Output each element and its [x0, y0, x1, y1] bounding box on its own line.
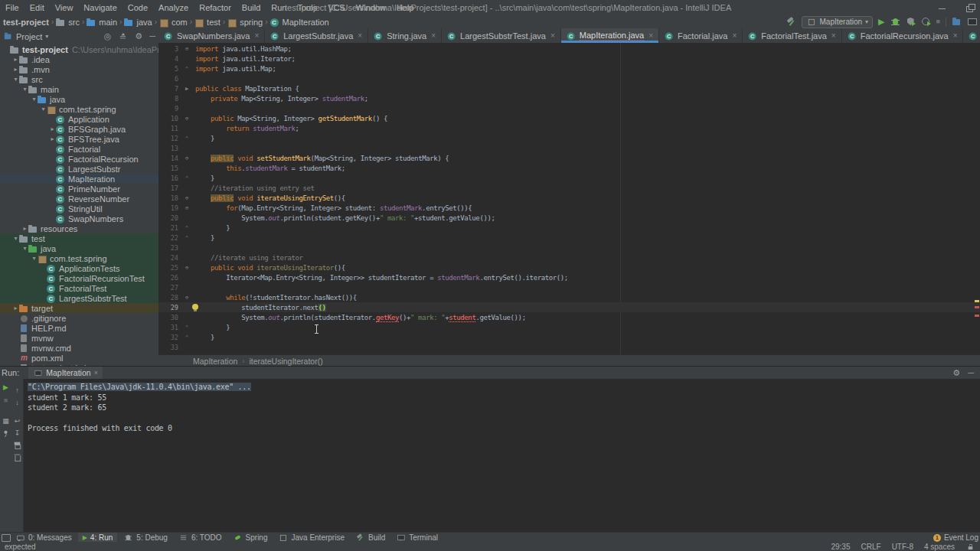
code-line-18[interactable]: 18⊖ public void iterateUsingEntrySet(){ — [158, 193, 980, 203]
chevron-right-icon[interactable]: ▸ — [49, 126, 56, 132]
close-icon[interactable]: × — [94, 369, 98, 377]
editor-tab[interactable]: MapIteration.java× — [561, 28, 659, 43]
close-icon[interactable]: × — [953, 31, 958, 40]
chevron-right-icon[interactable]: ▸ — [12, 305, 19, 311]
code-line-32[interactable]: 32⌃ } — [158, 332, 980, 342]
code-line-26[interactable]: 26 Iterator<Map.Entry<String, Integer>> … — [158, 272, 980, 282]
editor-tab[interactable]: FactorialTest.java× — [743, 28, 841, 43]
up-stack-icon[interactable]: ↑ — [12, 385, 22, 395]
chevron-down-icon[interactable]: ▾ — [12, 235, 19, 242]
code-line-7[interactable]: 7▶public class MapIteration { — [158, 83, 980, 93]
close-icon[interactable]: × — [648, 31, 653, 40]
close-icon[interactable]: × — [550, 31, 555, 40]
tree-item-factorialrecursiontest[interactable]: FactorialRecursionTest — [0, 273, 158, 283]
tree-item-test[interactable]: ▾test — [0, 233, 158, 243]
menu-item-build[interactable]: Build — [237, 0, 266, 15]
pin-icon[interactable] — [2, 429, 10, 438]
tree-item-java[interactable]: ▾java — [0, 243, 158, 253]
hide-panel-icon[interactable]: ─ — [149, 32, 155, 41]
code-line-28[interactable]: 28⊖ while(!studentIterator.hasNext()){ — [158, 292, 980, 302]
code-line-14[interactable]: 14⊖ public void setStudentMark(Map<Strin… — [158, 153, 980, 163]
tree-item-test-project[interactable]: test-projectC:\Users\nuhma\IdeaProjects\… — [0, 44, 158, 54]
gear-icon[interactable]: ⚙ — [135, 32, 142, 41]
code-line-27[interactable]: 27 — [158, 282, 980, 292]
fold-marker[interactable]: ⌃ — [182, 135, 191, 142]
soft-wrap-icon[interactable]: ↩ — [12, 416, 22, 425]
chevron-down-icon[interactable]: ▾ — [21, 245, 28, 252]
stop-icon[interactable]: ■ — [1, 395, 11, 405]
debug-button[interactable] — [890, 17, 900, 27]
error-stripe[interactable] — [973, 43, 980, 354]
editor-tab[interactable]: FactorialRecursionTest.java× — [963, 28, 980, 43]
tree-item-mvnw[interactable]: mvnw — [0, 333, 158, 343]
toolwindow-switcher-icon[interactable] — [2, 534, 11, 542]
chevron-down-icon[interactable]: ▾ — [40, 106, 47, 112]
menu-item-view[interactable]: View — [50, 0, 79, 15]
fold-marker[interactable]: ⌃ — [182, 235, 191, 241]
tree-item--gitignore[interactable]: .gitignore — [0, 313, 158, 323]
fold-marker[interactable]: ⌃ — [182, 225, 191, 231]
fold-marker[interactable]: ⌃ — [182, 66, 191, 72]
tree-item-pom-xml[interactable]: pom.xml — [0, 353, 158, 363]
fold-marker[interactable]: ⊖ — [182, 205, 191, 211]
tree-item-resources[interactable]: ▸resources — [0, 223, 158, 233]
breadcrumb-item[interactable]: src — [56, 18, 80, 27]
editor-tab[interactable]: LargestSubstrTest.java× — [442, 28, 561, 43]
tree-item-bfsgraph-java[interactable]: ▸BFSGraph.java — [0, 124, 158, 134]
tree-item-factorialrecursion[interactable]: FactorialRecursion — [0, 154, 158, 164]
fold-marker[interactable]: ⌃ — [182, 175, 191, 181]
tree-item-applicationtests[interactable]: ApplicationTests — [0, 263, 158, 273]
build-hammer-icon[interactable] — [786, 17, 796, 27]
code-line-24[interactable]: 24 //iterate using iterator — [158, 253, 980, 262]
code-line-6[interactable]: 6 — [158, 73, 980, 83]
run-line-icon[interactable]: ▶ — [182, 86, 191, 92]
code-line-29[interactable]: 29 studentIterator.next() — [158, 302, 980, 312]
lock-icon[interactable] — [966, 543, 974, 550]
clear-all-icon[interactable] — [13, 453, 21, 461]
breadcrumb-item[interactable]: main — [87, 18, 117, 27]
code-line-17[interactable]: 17 //iteration using entry set — [158, 183, 980, 193]
tree-item-reversenumber[interactable]: ReverseNumber — [0, 194, 158, 204]
event-log-button[interactable]: 1 Event Log — [933, 533, 978, 542]
editor-tab[interactable]: FactorialRecursion.java× — [842, 28, 964, 43]
menu-item-code[interactable]: Code — [122, 0, 153, 15]
code-line-30[interactable]: 30 System.out.println(studentIterator.ge… — [158, 312, 980, 322]
code-line-8[interactable]: 8 private Map<String, Integer> studentMa… — [158, 93, 980, 103]
code-line-16[interactable]: 16⌃ } — [158, 173, 980, 183]
tree-item-largestsubstrtest[interactable]: LargestSubstrTest — [0, 293, 158, 303]
menu-item-file[interactable]: File — [0, 0, 24, 15]
tree-item-stringutil[interactable]: StringUtil — [0, 204, 158, 214]
down-stack-icon[interactable]: ↓ — [12, 397, 22, 407]
tree-item-mapiteration[interactable]: MapIteration — [0, 174, 158, 184]
run-console-tab[interactable]: MapIteration × — [28, 367, 103, 379]
project-panel-title[interactable]: Project — [16, 32, 42, 41]
chevron-down-icon[interactable]: ▾ — [45, 34, 48, 40]
fold-marker[interactable]: ⊖ — [182, 295, 191, 301]
chevron-right-icon[interactable]: ▸ — [49, 135, 56, 142]
close-icon[interactable]: × — [254, 31, 259, 40]
run-button[interactable]: ▶ — [878, 18, 884, 26]
close-icon[interactable]: × — [358, 31, 362, 40]
code-line-20[interactable]: 20 System.out.println(student.getKey()+"… — [158, 213, 980, 223]
code-line-19[interactable]: 19⊖ for(Map.Entry<String, Integer> stude… — [158, 203, 980, 213]
line-ending[interactable]: CRLF — [861, 543, 881, 551]
code-line-11[interactable]: 11 return studentMark; — [158, 123, 980, 133]
menu-item-navigate[interactable]: Navigate — [78, 0, 122, 15]
fold-marker[interactable]: ⊖ — [182, 155, 191, 161]
close-icon[interactable]: × — [431, 31, 436, 40]
code-line-3[interactable]: 3⊖import java.util.HashMap; — [158, 44, 980, 54]
console-grid-icon[interactable]: ▦ — [1, 416, 11, 425]
code-line-21[interactable]: 21⌃ } — [158, 223, 980, 233]
editor-tab[interactable]: String.java× — [368, 28, 442, 43]
breadcrumb-item[interactable]: com — [159, 18, 188, 27]
restore-button[interactable] — [965, 3, 975, 12]
tree-item-application[interactable]: Application — [0, 114, 158, 124]
gear-icon[interactable]: ⚙ — [952, 369, 960, 377]
code-line-22[interactable]: 22⌃ } — [158, 233, 980, 243]
minimize-button[interactable] — [937, 3, 948, 12]
fold-marker[interactable]: ⊖ — [182, 195, 191, 201]
breadcrumb-item[interactable]: spring — [227, 18, 263, 27]
tree-item-java[interactable]: ▾java — [0, 94, 158, 104]
profiler-button[interactable] — [921, 17, 931, 27]
print-icon[interactable] — [13, 441, 21, 449]
